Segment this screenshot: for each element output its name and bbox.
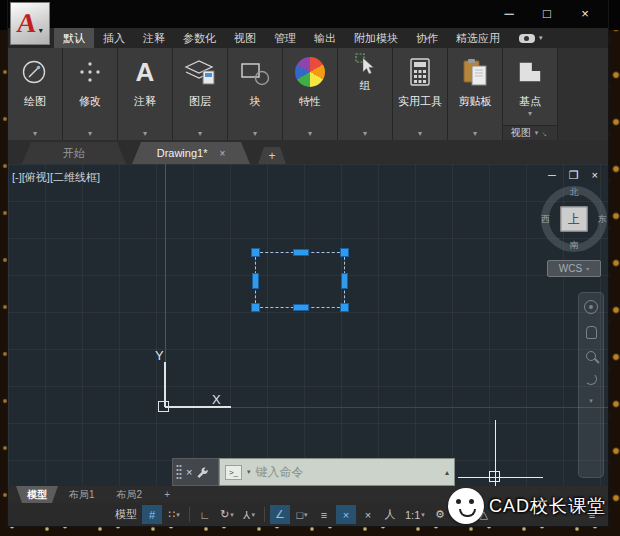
ribbon-panel-layers[interactable]: 图层 ▾ <box>173 48 228 140</box>
viewport-controls-label[interactable]: [-][俯视][二维线框] <box>12 170 100 185</box>
ribbon-panel-utilities[interactable]: 实用工具 ▾ <box>393 48 448 140</box>
grip-corner-tl[interactable] <box>251 248 260 257</box>
restore-drawing-button[interactable]: ❐ <box>569 169 579 182</box>
close-drawing-button[interactable]: × <box>592 169 598 182</box>
drawing-canvas[interactable]: [-][俯视][二维线框] ─ ❐ × Y X <box>8 164 608 486</box>
viewcube[interactable]: 北 南 东 西 上 <box>541 186 607 252</box>
ortho-toggle[interactable]: ∟ <box>195 505 215 524</box>
chevron-down-icon[interactable]: ▾ <box>230 511 234 519</box>
chevron-down-icon[interactable]: ▾ <box>176 511 180 519</box>
chevron-down-icon[interactable]: ▾ <box>247 468 251 476</box>
chevron-down-icon[interactable]: ▾ <box>228 129 282 138</box>
drag-handle-icon[interactable] <box>176 464 182 480</box>
command-dock-handle[interactable]: × <box>172 458 219 486</box>
close-icon[interactable]: × <box>186 466 192 478</box>
viewcube-top-face[interactable]: 上 <box>561 207 588 232</box>
tab-annotate[interactable]: 注释 <box>134 28 174 48</box>
steering-wheel-icon[interactable] <box>584 300 598 314</box>
file-tab-drawing1[interactable]: Drawing1* × <box>132 142 250 164</box>
close-icon[interactable]: × <box>219 148 225 159</box>
snap-toggle[interactable]: ∷ ▾ <box>164 505 184 524</box>
ribbon-panel-modify[interactable]: 修改 ▾ <box>63 48 118 140</box>
model-space-toggle[interactable]: 模型 <box>112 505 140 524</box>
chevron-down-icon[interactable]: ▾ <box>393 129 447 138</box>
selected-rectangle[interactable] <box>255 252 345 308</box>
ribbon-panel-clipboard[interactable]: 剪贴板 ▾ <box>448 48 503 140</box>
tab-insert[interactable]: 插入 <box>94 28 134 48</box>
chevron-down-icon[interactable]: ▾ <box>63 129 117 138</box>
grip-mid-right[interactable] <box>341 273 348 289</box>
annotation-autoscale-toggle[interactable]: 人 <box>380 505 400 524</box>
chevron-down-icon[interactable]: ▾ <box>118 129 172 138</box>
new-drawing-button[interactable]: + <box>258 147 286 164</box>
chevron-down-icon[interactable]: ▾ <box>589 397 593 405</box>
chevron-down-icon[interactable]: ▾ <box>448 129 502 138</box>
selection-cycling-toggle[interactable]: × <box>336 505 356 524</box>
ribbon-panel-basepoint[interactable]: 基点 ▾ 视图 ▾ → <box>503 48 558 140</box>
ribbon-view-dropdown[interactable]: 视图 ▾ → <box>503 125 557 140</box>
wrench-icon[interactable] <box>196 466 209 479</box>
viewcube-east[interactable]: 东 <box>598 213 607 226</box>
tab-collaborate[interactable]: 协作 <box>407 28 447 48</box>
workspace-switching-button[interactable]: ⚙ <box>430 505 450 524</box>
maximize-button[interactable]: □ <box>528 2 566 24</box>
grip-mid-left[interactable] <box>252 273 259 289</box>
chevron-down-icon[interactable]: ▾ <box>304 511 308 519</box>
isodraft-toggle[interactable]: Y ▾ <box>239 505 259 524</box>
chevron-down-icon[interactable]: ▾ <box>173 129 227 138</box>
viewcube-south[interactable]: 南 <box>570 239 579 252</box>
annotation-visibility-toggle[interactable]: × <box>358 505 378 524</box>
file-tab-start[interactable]: 开始 <box>22 142 126 164</box>
tab-featured-apps[interactable]: 精选应用 <box>447 28 509 48</box>
zoom-magnifier-icon[interactable] <box>586 351 596 361</box>
chevron-down-icon[interactable]: ▾ <box>251 511 255 519</box>
chevron-down-icon[interactable]: ▾ <box>8 129 62 138</box>
command-input[interactable]: >_ ▾ 键入命令 ▴ <box>219 458 455 486</box>
chevron-down-icon[interactable]: ▾ <box>539 34 543 42</box>
tab-parametric[interactable]: 参数化 <box>174 28 225 48</box>
app-menu-button[interactable]: A ▾ <box>10 2 50 45</box>
viewcube-north[interactable]: 北 <box>570 186 579 199</box>
ribbon-panel-annotate[interactable]: A 注释 ▾ <box>118 48 173 140</box>
chevron-up-icon[interactable]: ▴ <box>445 468 449 477</box>
object-snap-tracking-toggle[interactable]: ∠ <box>270 505 290 524</box>
ribbon-panel-groups[interactable]: 组 ▾ <box>338 48 393 140</box>
layout-tab-layout1[interactable]: 布局1 <box>58 486 106 503</box>
layout-tab-layout2[interactable]: 布局2 <box>106 486 154 503</box>
grip-corner-bl[interactable] <box>251 303 260 312</box>
tab-view[interactable]: 视图 <box>225 28 265 48</box>
minimize-button[interactable]: ─ <box>490 2 528 24</box>
grip-corner-br[interactable] <box>340 303 349 312</box>
grip-corner-tr[interactable] <box>340 248 349 257</box>
minimize-drawing-button[interactable]: ─ <box>548 169 556 182</box>
modify-icon <box>78 51 102 93</box>
layout-tab-model[interactable]: 模型 <box>16 486 58 503</box>
ribbon-panel-block[interactable]: 块 ▾ <box>228 48 283 140</box>
tab-manage[interactable]: 管理 <box>265 28 305 48</box>
tab-addins[interactable]: 附加模块 <box>345 28 407 48</box>
chevron-down-icon[interactable]: ▾ <box>283 129 337 138</box>
tab-default[interactable]: 默认 <box>54 28 94 48</box>
wcs-dropdown[interactable]: WCS ▾ <box>547 260 601 277</box>
ribbon-panel-draw[interactable]: 绘图 ▾ <box>8 48 63 140</box>
ribbon-display-toggle-icon[interactable] <box>519 34 535 43</box>
grip-mid-top[interactable] <box>293 249 309 256</box>
add-layout-button[interactable]: + <box>153 486 181 503</box>
chevron-down-icon[interactable]: ▾ <box>528 109 532 118</box>
viewcube-west[interactable]: 西 <box>541 213 550 226</box>
object-snap-toggle[interactable]: □ ▾ <box>292 505 312 524</box>
grip-mid-bottom[interactable] <box>293 304 309 311</box>
pan-hand-icon[interactable] <box>586 326 597 339</box>
ribbon-panel-properties[interactable]: 特性 ▾ <box>283 48 338 140</box>
orbit-icon[interactable] <box>585 373 597 385</box>
grid-toggle[interactable]: # <box>142 505 162 524</box>
chevron-down-icon[interactable]: ▾ <box>338 129 392 138</box>
close-button[interactable]: × <box>566 2 604 24</box>
chevron-down-icon[interactable]: ▾ <box>421 511 425 519</box>
navigation-bar[interactable]: ▾ <box>578 292 604 478</box>
tab-output[interactable]: 输出 <box>305 28 345 48</box>
polar-tracking-toggle[interactable]: ↻ ▾ <box>217 505 237 524</box>
panel-launcher-icon[interactable]: → <box>539 127 551 139</box>
lineweight-toggle[interactable]: ≡ <box>314 505 334 524</box>
annotation-scale-button[interactable]: 1:1 ▾ <box>402 505 428 524</box>
